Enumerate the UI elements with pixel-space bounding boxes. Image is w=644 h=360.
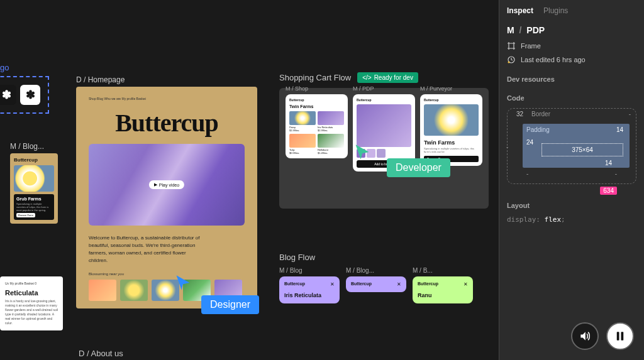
border-bottom-left: - xyxy=(526,170,528,177)
box-model-diagram[interactable]: 32 Border - - Padding 14 24 375×64 14 - … xyxy=(507,108,636,184)
border-bottom-row: - - xyxy=(514,170,630,177)
homepage-frame[interactable]: Shop Blog Who we are My profile Basket B… xyxy=(76,87,257,308)
layout-header[interactable]: Layout xyxy=(507,202,636,209)
purveyor-brand: Buttercup xyxy=(424,98,479,102)
blog-card-2-brand: Buttercup xyxy=(351,281,372,286)
border-bottom-right: - xyxy=(615,170,617,177)
tab-plugins[interactable]: Plugins xyxy=(543,6,568,15)
design-canvas[interactable]: go ✽ ✽ M / Blog... Buttercup Grub Farms … xyxy=(0,0,499,360)
shop-item-3: Tulip $0.99/ea xyxy=(289,134,316,155)
logo-frame[interactable]: ✽ ✽ xyxy=(0,76,49,114)
close-icon: ✕ xyxy=(330,281,335,287)
frame-icon xyxy=(507,41,516,50)
item-price: $0.99/ea xyxy=(289,151,316,155)
svg-rect-3 xyxy=(621,332,624,341)
crumb-parent: M xyxy=(507,25,514,35)
blog-flow-cards: M / Blog Buttercup ✕ Iris Reticulata M /… xyxy=(279,267,473,303)
item-price: $1.99/ea xyxy=(289,129,316,132)
history-icon xyxy=(507,55,516,64)
pdp-brand: Buttercup xyxy=(357,98,411,102)
blog-card-2-label: M / Blog... xyxy=(346,267,406,274)
cart-flow-frame[interactable]: M / Shop Buttercup Twin Farms Daisy $1.9… xyxy=(279,88,489,209)
play-icon: ▶ xyxy=(154,182,157,187)
blog-card-3-title: Ranu xyxy=(418,292,468,298)
homepage-label: D / Homepage xyxy=(76,75,257,84)
purveyor-text: Specializing in multiple varieties of tu… xyxy=(424,147,479,153)
blog-thumb-image xyxy=(14,165,54,192)
phone-shop[interactable]: Buttercup Twin Farms Daisy $1.99/ea Iris… xyxy=(286,94,348,158)
padding-box: Padding 14 24 375×64 14 xyxy=(523,124,630,168)
hellebore-image xyxy=(318,134,344,148)
crumb-current: PDP xyxy=(526,25,545,35)
phone-purveyor[interactable]: Buttercup Twin Farms Specializing in mul… xyxy=(420,94,482,166)
homepage-subhead: Blossoming near you xyxy=(89,272,245,276)
developer-cursor-icon xyxy=(353,143,371,161)
inspect-panel: Inspect Plugins M / PDP Frame Last edite… xyxy=(499,0,644,360)
css-value: flex xyxy=(545,215,562,224)
phone-shop-label: M / Shop xyxy=(286,85,308,92)
play-video-button: ▶ Play video xyxy=(149,180,184,189)
cart-flow-section: Shopping Cart Flow </> Ready for dev M /… xyxy=(279,72,489,209)
blog-card-2-wrap: M / Blog... Buttercup ✕ xyxy=(346,267,406,303)
border-top-value: 32 xyxy=(516,111,523,117)
overflow-badge: 634 xyxy=(600,187,617,195)
blog-thumb-section: M / Blog... Buttercup Grub Farms Special… xyxy=(10,142,58,224)
pause-button[interactable] xyxy=(606,322,634,350)
ready-for-dev-badge[interactable]: </> Ready for dev xyxy=(357,72,418,83)
padding-left-value: 24 xyxy=(526,139,533,146)
shop-grid: Daisy $1.99/ea Iris Reticulata $1.99/ea … xyxy=(289,111,344,155)
dev-resources-header[interactable]: Dev resources xyxy=(507,75,636,83)
frame-type-row: Frame xyxy=(507,41,636,50)
blog-card-1-label: M / Blog xyxy=(279,267,340,274)
close-icon: ✕ xyxy=(464,281,468,287)
blog-card-3-brand: Buttercup xyxy=(418,281,438,286)
breadcrumb[interactable]: M / PDP xyxy=(507,25,636,35)
purveyor-title: Twin Farms xyxy=(424,139,479,146)
frame-type-label: Frame xyxy=(521,42,541,50)
blog-card-3[interactable]: Buttercup ✕ Ranu xyxy=(413,276,473,303)
pause-icon xyxy=(614,330,626,342)
sound-button[interactable] xyxy=(571,322,599,350)
border-right-value: - xyxy=(629,111,631,117)
shop-item-4: Hellebore $1.49/ea xyxy=(318,134,344,155)
homepage-hero: ▶ Play video xyxy=(89,144,245,226)
speaker-icon xyxy=(579,330,591,342)
blog-thumb-card: Grub Farms Specializing in multiple vari… xyxy=(14,194,54,220)
tulip-image xyxy=(289,134,316,148)
logo-dark-swatch: ✽ xyxy=(0,85,16,105)
item-price: $1.49/ea xyxy=(318,151,344,155)
blog-card-text: Specializing in multiple varieties of tu… xyxy=(16,202,52,212)
shop-heading: Twin Farms xyxy=(289,104,344,109)
code-display-line[interactable]: display: flex; xyxy=(507,215,636,224)
developer-cursor-label: Developer xyxy=(387,158,450,177)
panel-tabs: Inspect Plugins xyxy=(507,6,636,15)
blog-thumb-frame[interactable]: Buttercup Grub Farms Specializing in mul… xyxy=(10,153,58,224)
content-dimensions: 375×64 xyxy=(541,143,623,156)
pdp-hero-image xyxy=(357,104,411,147)
homepage-nav: Shop Blog Who we are My profile Basket xyxy=(89,97,245,101)
blog-card-1[interactable]: Buttercup ✕ Iris Reticulata xyxy=(279,276,340,303)
aboutus-label: D / About us xyxy=(79,349,123,358)
play-label: Play video xyxy=(159,183,179,187)
close-icon: ✕ xyxy=(397,281,401,287)
padding-bottom-value: 14 xyxy=(605,160,612,166)
last-edited-row: Last edited 6 hrs ago xyxy=(507,55,636,64)
logo-frame-group: go ✽ ✽ xyxy=(0,63,49,114)
phone-purveyor-wrap: M / Purveyor Buttercup Twin Farms Specia… xyxy=(420,94,482,202)
blog-thumb-brand: Buttercup xyxy=(14,157,54,163)
homepage-section: D / Homepage Shop Blog Who we are My pro… xyxy=(76,75,257,308)
designer-cursor-icon xyxy=(174,274,192,292)
thumb-2 xyxy=(120,280,148,301)
code-header[interactable]: Code xyxy=(507,94,636,102)
item-price: $1.99/ea xyxy=(318,129,344,132)
crumb-separator: / xyxy=(519,25,522,35)
phone-shop-wrap: M / Shop Buttercup Twin Farms Daisy $1.9… xyxy=(286,94,348,202)
blog-card-1-title: Iris Reticulata xyxy=(284,292,335,298)
reticulata-frame[interactable]: Us My profile Basket 0 Reticulata Iris i… xyxy=(0,276,63,330)
shop-item-1: Daisy $1.99/ea xyxy=(289,111,316,132)
tab-inspect[interactable]: Inspect xyxy=(507,6,533,15)
blog-card-2[interactable]: Buttercup ✕ xyxy=(346,276,406,292)
media-controls xyxy=(571,322,634,350)
iris-image xyxy=(318,111,344,125)
padding-label: Padding xyxy=(526,126,550,133)
